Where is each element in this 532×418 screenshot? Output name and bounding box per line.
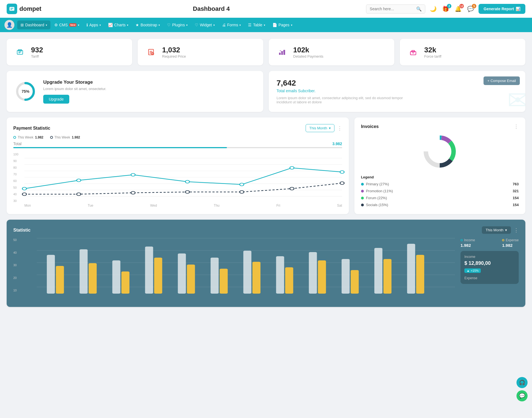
nav-item-plugins[interactable]: ♡ Plugins ▾ [164,20,191,29]
change-value: +15% [471,269,479,272]
forum-value: 154 [513,196,519,200]
month-selector-btn[interactable]: This Month ▾ [306,124,334,132]
widget-label: Widget [200,23,212,27]
search-input[interactable] [370,7,414,11]
invoices-title: Invoices [361,124,379,129]
legend-promotion: Promotion (11%) 321 [361,189,519,193]
payments-info: 102k Detailed Payments [293,46,323,58]
svg-rect-60 [121,271,129,294]
stat-card-payments: 102k Detailed Payments [269,39,394,65]
expense-item: Expense 1.982 [502,238,519,248]
svg-point-38 [22,193,26,196]
user-avatar: 👤 [4,20,14,30]
svg-rect-71 [309,252,317,294]
generate-report-btn[interactable]: Generate Report 📊 [479,4,525,14]
apps-icon: ℹ [86,23,88,27]
price-icon [144,45,158,59]
middle-row: 75% Upgrade Your Storage Lorem ipsum dol… [7,71,525,112]
total-bar-fill [13,147,227,148]
moon-icon: 🌙 [430,6,437,12]
svg-rect-76 [383,259,392,294]
price-value: 1,032 [162,46,186,54]
bell-badge: 12 [459,4,464,8]
svg-rect-59 [112,260,120,294]
legend-heading: Legend [361,175,519,179]
payment-more-btn[interactable]: ⋮ [337,126,342,131]
bootstrap-label: Bootstrap [140,23,157,27]
legend-socials-left: Socials (15%) [361,203,388,207]
nav-item-bootstrap[interactable]: ★ Bootstrap ▾ [132,20,163,29]
nav-item-pages[interactable]: 📄 Pages ▾ [269,20,296,29]
widget-arrow: ▾ [213,24,215,27]
income-dot [461,239,463,241]
detail-label: Income [464,255,515,259]
svg-line-17 [280,50,282,52]
stat-month-btn[interactable]: This Month ▾ [482,226,511,234]
svg-point-43 [290,187,294,190]
y-axis: 10090807060504030 [13,153,18,202]
cms-new-badge: New [69,23,77,27]
nav-item-cms[interactable]: ⚙ CMS New ▾ [51,20,83,29]
nav-item-apps[interactable]: ℹ Apps ▾ [83,20,104,29]
force-value: 32k [424,46,441,54]
table-icon: ☰ [248,23,252,27]
compose-email-btn[interactable]: + Compose Email [484,76,520,85]
income-detail-box: Income $ 12,890,00 ▲ +15% Expense [461,251,519,284]
tariff-value: 932 [31,46,43,54]
svg-rect-64 [187,265,195,294]
logo-text: dompet [19,5,41,12]
dashboard-icon: ⊞ [21,23,24,27]
bar-chart-icon: 📊 [516,7,520,11]
payment-card: Payment Statistic This Month ▾ ⋮ This We… [7,117,349,214]
chat-badge: 5 [472,4,476,8]
nav-item-charts[interactable]: 📈 Charts ▾ [105,20,132,29]
svg-rect-74 [351,270,359,294]
svg-rect-75 [374,248,382,294]
notifications-btn[interactable]: 🔔 12 [454,4,463,13]
stat-card-price: 1,032 Required Price [138,39,263,65]
plugins-label: Plugins [172,23,185,27]
total-bar [13,147,342,148]
charts-arrow: ▾ [127,24,128,27]
legend-primary-left: Primary (27%) [361,182,389,186]
search-icon: 🔍 [416,6,422,12]
nav-item-dashboard[interactable]: ⊞ Dashboard ▾ [17,20,50,29]
forms-arrow: ▾ [239,24,241,27]
email-card: + Compose Email 7,642 Total emails Subcr… [269,71,525,112]
tariff-icon [13,45,27,59]
svg-point-33 [131,173,135,176]
top-header: dompet Dashboard 4 🔍 🌙 🎁 2 🔔 12 💬 5 Gene… [0,0,532,18]
gift-btn[interactable]: 🎁 2 [441,4,450,13]
income-label: Income [464,238,475,242]
nav-item-forms[interactable]: 🖨 Forms ▾ [219,20,244,29]
svg-rect-78 [416,255,424,294]
legend-week2: This Week 1.982 [50,135,80,139]
plugins-icon: ♡ [167,23,171,27]
stat-more-btn[interactable]: ⋮ [514,228,519,233]
svg-point-40 [131,191,135,194]
promo-value: 321 [513,189,519,193]
statistic-header: Statistic This Month ▾ ⋮ [13,226,519,234]
month-label: This Month [309,126,327,130]
nav-item-table[interactable]: ☰ Table ▾ [245,20,268,29]
socials-label: Socials (15%) [366,203,388,207]
upgrade-btn[interactable]: Upgrade [43,95,69,104]
header-right: 🔍 🌙 🎁 2 🔔 12 💬 5 Generate Report 📊 [366,4,525,14]
primary-dot [361,183,364,186]
invoices-more-btn[interactable]: ⋮ [514,124,519,129]
messages-btn[interactable]: 💬 5 [466,4,475,13]
svg-rect-65 [211,258,219,294]
email-count: 7,642 [277,79,518,88]
svg-rect-72 [318,260,326,294]
line-chart-area: 10090807060504030 [13,153,342,202]
stat-card-force: 32k Force tariff [400,39,525,65]
svg-rect-67 [243,251,251,294]
svg-rect-14 [279,53,281,55]
bar-chart-svg [13,238,455,299]
nav-item-widget[interactable]: ♡ Widget ▾ [191,20,218,29]
theme-toggle-btn[interactable]: 🌙 [429,4,438,13]
svg-rect-69 [276,256,284,294]
bar-chart-wrapper: 5040302010 [13,238,455,300]
svg-point-32 [77,179,81,182]
legend-socials: Socials (15%) 154 [361,203,519,207]
